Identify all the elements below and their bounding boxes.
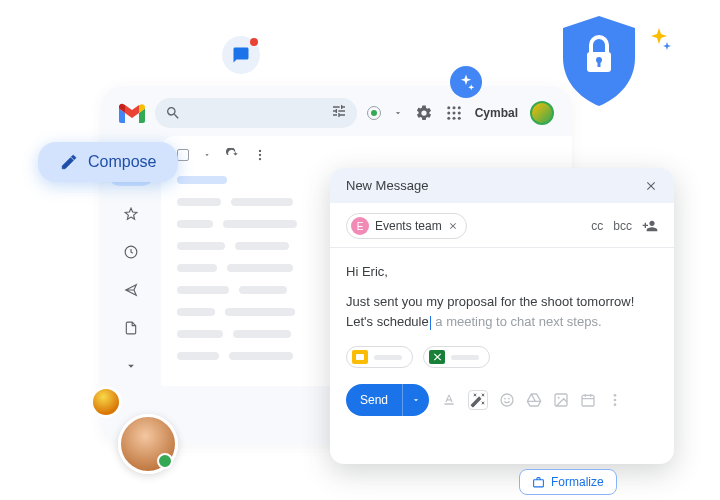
svg-point-4 xyxy=(452,106,455,109)
recipient-chip[interactable]: E Events team xyxy=(346,213,467,239)
magic-write-icon[interactable] xyxy=(468,390,488,410)
gear-icon[interactable] xyxy=(415,104,433,122)
drive-icon[interactable] xyxy=(526,392,542,408)
close-icon[interactable] xyxy=(644,179,658,193)
svg-point-24 xyxy=(614,404,617,407)
search-icon xyxy=(165,105,181,121)
slides-icon xyxy=(352,350,368,364)
compose-footer: Send xyxy=(330,378,674,428)
send-label: Send xyxy=(346,386,402,414)
svg-rect-2 xyxy=(598,60,601,67)
remove-icon[interactable] xyxy=(448,221,458,231)
attachment-chip-sheets[interactable] xyxy=(423,346,490,368)
text-format-icon[interactable] xyxy=(441,392,457,408)
chevron-down-icon[interactable] xyxy=(393,108,403,118)
sidebar-item-starred[interactable] xyxy=(116,204,146,224)
attachments-row xyxy=(330,342,674,378)
svg-point-11 xyxy=(457,117,460,120)
compose-label: Compose xyxy=(88,153,156,171)
sidebar-item-sent[interactable] xyxy=(116,280,146,300)
compose-body[interactable]: Hi Eric, Just sent you my proposal for t… xyxy=(330,248,674,342)
svg-point-22 xyxy=(614,394,617,397)
formalize-chip[interactable]: Formalize xyxy=(519,469,617,495)
body-typed: Let's schedule xyxy=(346,314,429,329)
send-button[interactable]: Send xyxy=(346,384,429,416)
bcc-link[interactable]: bcc xyxy=(613,219,632,233)
svg-point-18 xyxy=(508,398,510,400)
pencil-icon xyxy=(60,153,78,171)
svg-point-12 xyxy=(259,150,261,152)
svg-rect-15 xyxy=(356,354,364,360)
body-suggestion: a meeting to chat next steps. xyxy=(432,314,602,329)
recipient-row[interactable]: E Events team cc bcc xyxy=(330,203,674,248)
svg-rect-21 xyxy=(582,396,594,407)
shield-icon xyxy=(559,16,639,106)
chevron-down-icon[interactable] xyxy=(203,151,211,159)
inbox-toolbar xyxy=(177,148,556,162)
text-cursor xyxy=(430,316,431,330)
attachment-chip-slides[interactable] xyxy=(346,346,413,368)
svg-point-5 xyxy=(457,106,460,109)
tune-icon[interactable] xyxy=(331,103,347,119)
chat-bubble-decoration xyxy=(222,36,260,74)
gmail-logo-icon xyxy=(119,103,145,123)
svg-point-3 xyxy=(447,106,450,109)
svg-point-9 xyxy=(447,117,450,120)
sidebar-item-more[interactable] xyxy=(116,356,146,376)
svg-point-6 xyxy=(447,112,450,115)
avatar-large xyxy=(118,414,178,474)
apps-grid-icon[interactable] xyxy=(445,104,463,122)
sheets-icon xyxy=(429,350,445,364)
sparkle-small-decoration xyxy=(647,28,671,52)
more-icon[interactable] xyxy=(253,148,267,162)
cc-link[interactable]: cc xyxy=(591,219,603,233)
compose-header: New Message xyxy=(330,168,674,203)
brand-name: Cymbal xyxy=(475,106,518,120)
calendar-icon[interactable] xyxy=(580,392,596,408)
recipient-name: Events team xyxy=(375,219,442,233)
search-input[interactable] xyxy=(155,98,357,128)
svg-point-7 xyxy=(452,112,455,115)
emoji-icon[interactable] xyxy=(499,392,515,408)
body-line1: Just sent you my proposal for the shoot … xyxy=(346,292,658,312)
select-all-checkbox[interactable] xyxy=(177,149,189,161)
sparkle-decoration xyxy=(450,66,482,98)
user-avatar[interactable] xyxy=(530,101,554,125)
status-indicator[interactable] xyxy=(367,106,381,120)
compose-button[interactable]: Compose xyxy=(38,142,178,182)
svg-point-14 xyxy=(259,158,261,160)
recipient-avatar: E xyxy=(351,217,369,235)
svg-point-17 xyxy=(504,398,506,400)
add-person-icon[interactable] xyxy=(642,218,658,234)
compose-title: New Message xyxy=(346,178,428,193)
body-greeting: Hi Eric, xyxy=(346,262,658,282)
send-dropdown[interactable] xyxy=(402,384,429,416)
svg-point-8 xyxy=(457,112,460,115)
svg-point-23 xyxy=(614,399,617,402)
more-options-icon[interactable] xyxy=(607,392,623,408)
image-icon[interactable] xyxy=(553,392,569,408)
avatar-small xyxy=(90,386,122,418)
formalize-label: Formalize xyxy=(551,475,604,489)
compose-window: New Message E Events team cc bcc Hi Eric… xyxy=(330,168,674,464)
gmail-header: Cymbal xyxy=(101,86,572,136)
briefcase-icon xyxy=(532,476,545,489)
sidebar-item-drafts[interactable] xyxy=(116,318,146,338)
svg-point-20 xyxy=(558,397,560,399)
refresh-icon[interactable] xyxy=(225,148,239,162)
svg-point-13 xyxy=(259,154,261,156)
sidebar-item-snoozed[interactable] xyxy=(116,242,146,262)
svg-point-16 xyxy=(501,394,513,406)
svg-point-10 xyxy=(452,117,455,120)
